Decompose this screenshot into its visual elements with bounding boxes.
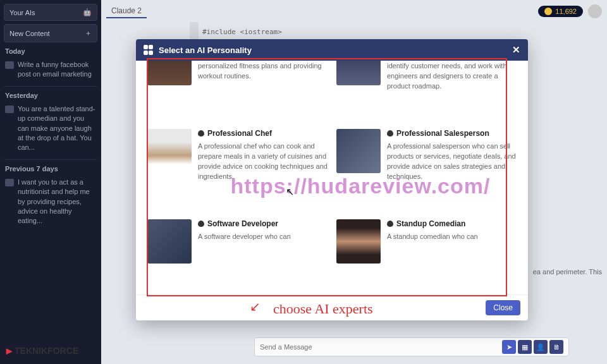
personality-card[interactable]: Software DeveloperA software developer w… xyxy=(147,217,328,291)
personality-card[interactable]: Standup ComedianA standup comedian who c… xyxy=(336,217,517,291)
card-title: Professional Salesperson xyxy=(387,129,517,138)
personality-card[interactable]: Professional SalespersonA professional s… xyxy=(336,126,517,209)
annotation-arrow: ↙ xyxy=(250,299,261,314)
grid-icon xyxy=(144,45,154,55)
card-desc: A standup comedian who can xyxy=(387,232,517,242)
card-desc: A software developer who can xyxy=(198,232,328,242)
personality-modal: Select an AI Personality ✕ A personal tr… xyxy=(136,39,528,320)
personality-card[interactable]: Professional ChefA professional chef who… xyxy=(147,126,328,209)
card-avatar xyxy=(336,129,381,173)
card-avatar xyxy=(147,219,192,264)
close-button[interactable]: Close xyxy=(486,300,520,315)
annotation-text: choose AI experts xyxy=(273,301,373,317)
modal-header: Select an AI Personality ✕ xyxy=(136,39,528,61)
card-desc: A professional salesperson who can sell … xyxy=(387,142,517,182)
card-avatar xyxy=(147,129,192,173)
personality-card[interactable]: A personal trainer who can help you stay… xyxy=(147,61,328,119)
card-desc: A personal trainer who can help you stay… xyxy=(198,61,328,82)
card-avatar xyxy=(147,61,192,85)
cursor-icon: ↖ xyxy=(286,186,294,198)
card-avatar xyxy=(336,61,381,85)
card-desc: A product manager who can oversee the de… xyxy=(387,61,517,92)
modal-title: Select an AI Personality xyxy=(159,46,252,55)
card-title: Software Developer xyxy=(198,219,328,228)
card-title: Professional Chef xyxy=(198,129,328,138)
card-desc: A professional chef who can cook and pre… xyxy=(198,142,328,182)
card-avatar xyxy=(336,219,381,264)
personality-card[interactable]: A product manager who can oversee the de… xyxy=(336,61,517,119)
modal-body[interactable]: A personal trainer who can help you stay… xyxy=(136,61,528,294)
card-title: Standup Comedian xyxy=(387,219,517,228)
close-icon[interactable]: ✕ xyxy=(512,44,520,56)
